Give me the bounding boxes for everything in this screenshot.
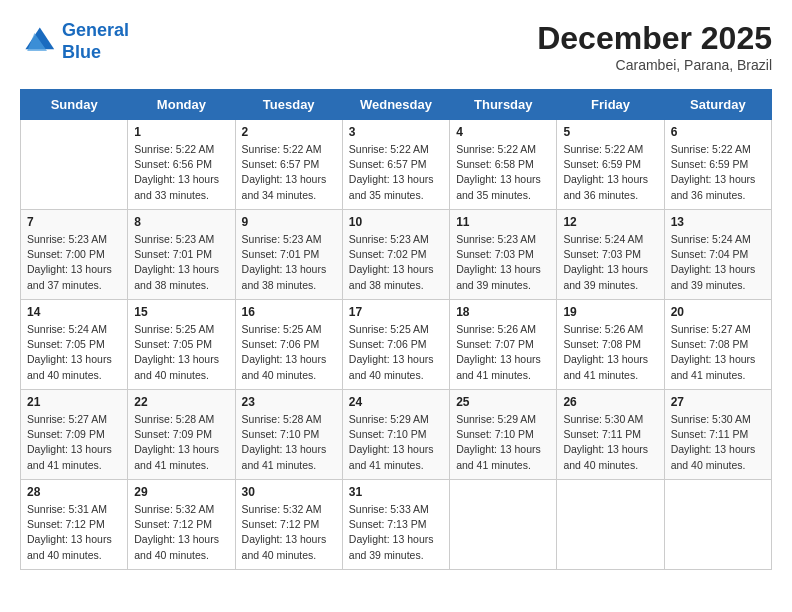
day-info: Sunrise: 5:23 AM Sunset: 7:01 PM Dayligh… bbox=[134, 232, 228, 293]
calendar-cell: 23Sunrise: 5:28 AM Sunset: 7:10 PM Dayli… bbox=[235, 390, 342, 480]
day-number: 4 bbox=[456, 125, 550, 139]
calendar-week-1: 1Sunrise: 5:22 AM Sunset: 6:56 PM Daylig… bbox=[21, 120, 772, 210]
weekday-header-thursday: Thursday bbox=[450, 90, 557, 120]
day-number: 6 bbox=[671, 125, 765, 139]
day-number: 27 bbox=[671, 395, 765, 409]
calendar-week-4: 21Sunrise: 5:27 AM Sunset: 7:09 PM Dayli… bbox=[21, 390, 772, 480]
day-info: Sunrise: 5:25 AM Sunset: 7:05 PM Dayligh… bbox=[134, 322, 228, 383]
day-info: Sunrise: 5:22 AM Sunset: 6:57 PM Dayligh… bbox=[349, 142, 443, 203]
calendar-table: SundayMondayTuesdayWednesdayThursdayFrid… bbox=[20, 89, 772, 570]
day-info: Sunrise: 5:28 AM Sunset: 7:09 PM Dayligh… bbox=[134, 412, 228, 473]
day-number: 21 bbox=[27, 395, 121, 409]
weekday-header-friday: Friday bbox=[557, 90, 664, 120]
day-number: 11 bbox=[456, 215, 550, 229]
page-header: GeneralBlue December 2025 Carambei, Para… bbox=[20, 20, 772, 73]
day-info: Sunrise: 5:27 AM Sunset: 7:08 PM Dayligh… bbox=[671, 322, 765, 383]
day-info: Sunrise: 5:33 AM Sunset: 7:13 PM Dayligh… bbox=[349, 502, 443, 563]
day-info: Sunrise: 5:23 AM Sunset: 7:01 PM Dayligh… bbox=[242, 232, 336, 293]
day-number: 12 bbox=[563, 215, 657, 229]
calendar-cell: 17Sunrise: 5:25 AM Sunset: 7:06 PM Dayli… bbox=[342, 300, 449, 390]
day-number: 15 bbox=[134, 305, 228, 319]
weekday-header-saturday: Saturday bbox=[664, 90, 771, 120]
calendar-cell: 27Sunrise: 5:30 AM Sunset: 7:11 PM Dayli… bbox=[664, 390, 771, 480]
day-number: 8 bbox=[134, 215, 228, 229]
day-number: 17 bbox=[349, 305, 443, 319]
calendar-week-2: 7Sunrise: 5:23 AM Sunset: 7:00 PM Daylig… bbox=[21, 210, 772, 300]
logo-text: GeneralBlue bbox=[62, 20, 129, 63]
day-info: Sunrise: 5:23 AM Sunset: 7:03 PM Dayligh… bbox=[456, 232, 550, 293]
calendar-cell: 10Sunrise: 5:23 AM Sunset: 7:02 PM Dayli… bbox=[342, 210, 449, 300]
day-number: 26 bbox=[563, 395, 657, 409]
day-number: 19 bbox=[563, 305, 657, 319]
day-number: 5 bbox=[563, 125, 657, 139]
calendar-cell: 20Sunrise: 5:27 AM Sunset: 7:08 PM Dayli… bbox=[664, 300, 771, 390]
day-info: Sunrise: 5:29 AM Sunset: 7:10 PM Dayligh… bbox=[456, 412, 550, 473]
calendar-cell: 5Sunrise: 5:22 AM Sunset: 6:59 PM Daylig… bbox=[557, 120, 664, 210]
calendar-cell: 21Sunrise: 5:27 AM Sunset: 7:09 PM Dayli… bbox=[21, 390, 128, 480]
day-number: 7 bbox=[27, 215, 121, 229]
calendar-cell: 1Sunrise: 5:22 AM Sunset: 6:56 PM Daylig… bbox=[128, 120, 235, 210]
calendar-cell: 12Sunrise: 5:24 AM Sunset: 7:03 PM Dayli… bbox=[557, 210, 664, 300]
weekday-header-tuesday: Tuesday bbox=[235, 90, 342, 120]
calendar-cell: 28Sunrise: 5:31 AM Sunset: 7:12 PM Dayli… bbox=[21, 480, 128, 570]
day-number: 30 bbox=[242, 485, 336, 499]
calendar-header: SundayMondayTuesdayWednesdayThursdayFrid… bbox=[21, 90, 772, 120]
day-number: 31 bbox=[349, 485, 443, 499]
day-info: Sunrise: 5:25 AM Sunset: 7:06 PM Dayligh… bbox=[349, 322, 443, 383]
day-info: Sunrise: 5:22 AM Sunset: 6:58 PM Dayligh… bbox=[456, 142, 550, 203]
calendar-cell: 15Sunrise: 5:25 AM Sunset: 7:05 PM Dayli… bbox=[128, 300, 235, 390]
calendar-cell: 14Sunrise: 5:24 AM Sunset: 7:05 PM Dayli… bbox=[21, 300, 128, 390]
calendar-cell: 26Sunrise: 5:30 AM Sunset: 7:11 PM Dayli… bbox=[557, 390, 664, 480]
day-number: 28 bbox=[27, 485, 121, 499]
day-number: 18 bbox=[456, 305, 550, 319]
day-info: Sunrise: 5:24 AM Sunset: 7:05 PM Dayligh… bbox=[27, 322, 121, 383]
calendar-cell bbox=[557, 480, 664, 570]
day-info: Sunrise: 5:26 AM Sunset: 7:07 PM Dayligh… bbox=[456, 322, 550, 383]
day-number: 23 bbox=[242, 395, 336, 409]
calendar-cell: 6Sunrise: 5:22 AM Sunset: 6:59 PM Daylig… bbox=[664, 120, 771, 210]
calendar-cell: 18Sunrise: 5:26 AM Sunset: 7:07 PM Dayli… bbox=[450, 300, 557, 390]
day-number: 10 bbox=[349, 215, 443, 229]
calendar-cell: 3Sunrise: 5:22 AM Sunset: 6:57 PM Daylig… bbox=[342, 120, 449, 210]
day-number: 9 bbox=[242, 215, 336, 229]
day-info: Sunrise: 5:23 AM Sunset: 7:00 PM Dayligh… bbox=[27, 232, 121, 293]
day-number: 14 bbox=[27, 305, 121, 319]
day-info: Sunrise: 5:24 AM Sunset: 7:03 PM Dayligh… bbox=[563, 232, 657, 293]
weekday-header-wednesday: Wednesday bbox=[342, 90, 449, 120]
day-number: 1 bbox=[134, 125, 228, 139]
day-number: 3 bbox=[349, 125, 443, 139]
calendar-cell bbox=[21, 120, 128, 210]
day-number: 25 bbox=[456, 395, 550, 409]
calendar-week-5: 28Sunrise: 5:31 AM Sunset: 7:12 PM Dayli… bbox=[21, 480, 772, 570]
day-info: Sunrise: 5:24 AM Sunset: 7:04 PM Dayligh… bbox=[671, 232, 765, 293]
logo: GeneralBlue bbox=[20, 20, 129, 63]
day-number: 29 bbox=[134, 485, 228, 499]
month-title: December 2025 bbox=[537, 20, 772, 57]
calendar-week-3: 14Sunrise: 5:24 AM Sunset: 7:05 PM Dayli… bbox=[21, 300, 772, 390]
day-info: Sunrise: 5:22 AM Sunset: 6:59 PM Dayligh… bbox=[563, 142, 657, 203]
calendar-cell: 11Sunrise: 5:23 AM Sunset: 7:03 PM Dayli… bbox=[450, 210, 557, 300]
day-info: Sunrise: 5:28 AM Sunset: 7:10 PM Dayligh… bbox=[242, 412, 336, 473]
calendar-cell: 8Sunrise: 5:23 AM Sunset: 7:01 PM Daylig… bbox=[128, 210, 235, 300]
weekday-header-sunday: Sunday bbox=[21, 90, 128, 120]
title-block: December 2025 Carambei, Parana, Brazil bbox=[537, 20, 772, 73]
day-info: Sunrise: 5:30 AM Sunset: 7:11 PM Dayligh… bbox=[671, 412, 765, 473]
calendar-cell bbox=[450, 480, 557, 570]
calendar-cell: 30Sunrise: 5:32 AM Sunset: 7:12 PM Dayli… bbox=[235, 480, 342, 570]
calendar-cell: 2Sunrise: 5:22 AM Sunset: 6:57 PM Daylig… bbox=[235, 120, 342, 210]
day-info: Sunrise: 5:29 AM Sunset: 7:10 PM Dayligh… bbox=[349, 412, 443, 473]
day-info: Sunrise: 5:27 AM Sunset: 7:09 PM Dayligh… bbox=[27, 412, 121, 473]
day-number: 16 bbox=[242, 305, 336, 319]
calendar-cell bbox=[664, 480, 771, 570]
calendar-cell: 4Sunrise: 5:22 AM Sunset: 6:58 PM Daylig… bbox=[450, 120, 557, 210]
day-number: 22 bbox=[134, 395, 228, 409]
calendar-cell: 19Sunrise: 5:26 AM Sunset: 7:08 PM Dayli… bbox=[557, 300, 664, 390]
day-info: Sunrise: 5:31 AM Sunset: 7:12 PM Dayligh… bbox=[27, 502, 121, 563]
weekday-header-monday: Monday bbox=[128, 90, 235, 120]
day-info: Sunrise: 5:22 AM Sunset: 6:57 PM Dayligh… bbox=[242, 142, 336, 203]
day-info: Sunrise: 5:30 AM Sunset: 7:11 PM Dayligh… bbox=[563, 412, 657, 473]
day-info: Sunrise: 5:32 AM Sunset: 7:12 PM Dayligh… bbox=[134, 502, 228, 563]
day-info: Sunrise: 5:23 AM Sunset: 7:02 PM Dayligh… bbox=[349, 232, 443, 293]
logo-icon bbox=[20, 24, 56, 60]
day-number: 24 bbox=[349, 395, 443, 409]
